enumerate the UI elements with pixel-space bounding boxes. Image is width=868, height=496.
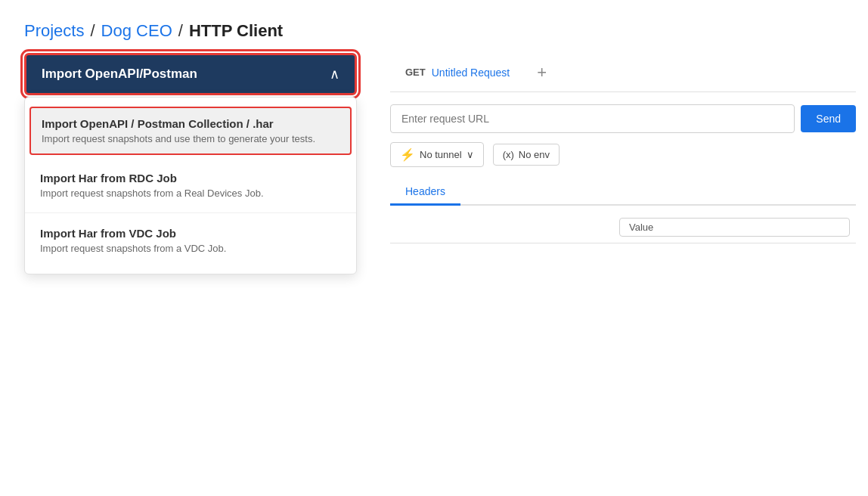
dropdown-item-vdc[interactable]: Import Har from VDC Job Import request s… bbox=[25, 213, 356, 268]
breadcrumb-sep2: / bbox=[178, 21, 183, 41]
table-col-key bbox=[390, 218, 619, 237]
right-panel: GET Untitled Request + Send ⚡ No tunnel … bbox=[378, 53, 868, 488]
sub-tabs: Headers bbox=[390, 179, 856, 206]
left-panel: Import OpenAPI/Postman ∧ Import OpenAPI … bbox=[0, 53, 378, 488]
import-dropdown-menu: Import OpenAPI / Postman Collection / .h… bbox=[24, 97, 357, 274]
tab-request-name: Untitled Request bbox=[432, 67, 510, 79]
tab-headers[interactable]: Headers bbox=[390, 179, 460, 206]
dropdown-item-openapi[interactable]: Import OpenAPI / Postman Collection / .h… bbox=[29, 107, 352, 155]
chevron-down-icon: ∨ bbox=[467, 149, 474, 160]
breadcrumb-sep1: / bbox=[90, 21, 95, 41]
breadcrumb-current: HTTP Client bbox=[189, 21, 283, 41]
dropdown-item-openapi-desc: Import request snapshots and use them to… bbox=[42, 133, 339, 144]
tunnel-button[interactable]: ⚡ No tunnel ∨ bbox=[390, 142, 484, 167]
env-button[interactable]: (x) No env bbox=[493, 144, 560, 166]
page-wrapper: Projects / Dog CEO / HTTP Client Import … bbox=[0, 0, 868, 496]
chevron-up-icon: ∧ bbox=[330, 66, 339, 82]
tabs-bar: GET Untitled Request + bbox=[390, 53, 856, 92]
env-label: No env bbox=[519, 149, 550, 160]
url-input[interactable] bbox=[390, 104, 795, 133]
options-bar: ⚡ No tunnel ∨ (x) No env bbox=[390, 142, 856, 167]
tab-untitled-request[interactable]: GET Untitled Request bbox=[390, 57, 525, 88]
add-tab-button[interactable]: + bbox=[525, 57, 559, 88]
breadcrumb-dogceo-link[interactable]: Dog CEO bbox=[101, 21, 172, 41]
main-content: Import OpenAPI/Postman ∧ Import OpenAPI … bbox=[0, 53, 868, 488]
import-button-label: Import OpenAPI/Postman bbox=[42, 67, 197, 82]
table-row-header: Value bbox=[390, 212, 856, 243]
breadcrumb-projects-link[interactable]: Projects bbox=[24, 21, 84, 41]
tunnel-label: No tunnel bbox=[420, 149, 462, 160]
dropdown-item-vdc-desc: Import request snapshots from a VDC Job. bbox=[40, 243, 341, 254]
env-icon: (x) bbox=[503, 149, 514, 160]
table-col-value[interactable]: Value bbox=[619, 218, 850, 237]
dropdown-item-rdc[interactable]: Import Har from RDC Job Import request s… bbox=[25, 158, 356, 213]
shield-icon: ⚡ bbox=[400, 147, 415, 162]
dropdown-item-rdc-desc: Import request snapshots from a Real Dev… bbox=[40, 188, 341, 199]
import-openapi-button[interactable]: Import OpenAPI/Postman ∧ bbox=[24, 53, 357, 95]
send-button[interactable]: Send bbox=[801, 105, 856, 132]
dropdown-item-openapi-title: Import OpenAPI / Postman Collection / .h… bbox=[42, 117, 339, 130]
dropdown-item-vdc-title: Import Har from VDC Job bbox=[40, 227, 341, 240]
breadcrumb: Projects / Dog CEO / HTTP Client bbox=[0, 0, 868, 53]
dropdown-item-rdc-title: Import Har from RDC Job bbox=[40, 172, 341, 184]
tab-method-label: GET bbox=[405, 67, 426, 78]
url-bar: Send bbox=[390, 104, 856, 133]
